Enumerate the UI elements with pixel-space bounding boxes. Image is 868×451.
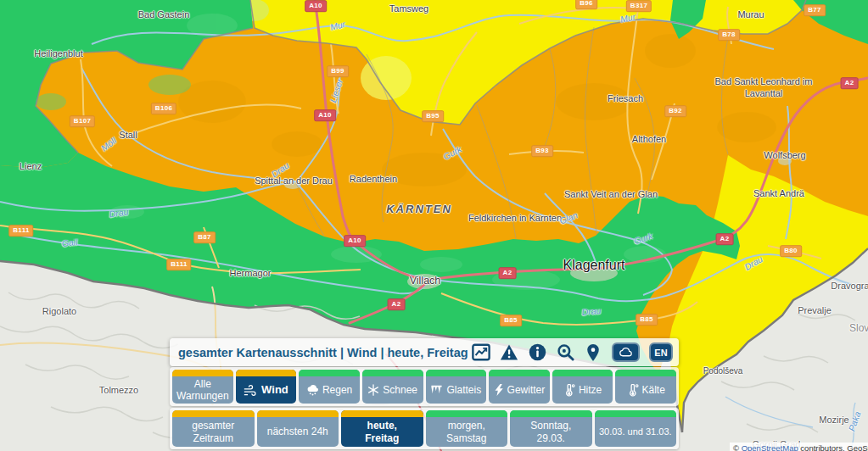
category-label: Hitze <box>579 384 602 396</box>
time-label: Sonntag, 29.03. <box>524 420 577 443</box>
category-label: Glatteis <box>446 384 481 396</box>
snow-icon <box>367 384 379 396</box>
road-shield: B78 <box>718 29 740 41</box>
category-label: Gewitter <box>507 384 546 396</box>
time-button-morgen-samstag[interactable]: morgen, Samstag <box>426 410 508 447</box>
weather-cloud-icon[interactable] <box>612 342 640 362</box>
history-chart-icon[interactable] <box>472 343 490 362</box>
category-button-hitze[interactable]: Hitze <box>552 370 613 404</box>
category-button-gewitter[interactable]: Gewitter <box>489 370 550 404</box>
road-shield: B85 <box>636 314 658 326</box>
category-label: Kälte <box>642 384 665 396</box>
warning-level-strip <box>489 370 550 376</box>
weather-warning-app: Bad GasteinTamswegMurauHeiligenblutStall… <box>0 0 868 451</box>
wind-icon <box>244 385 258 396</box>
attribution-suffix: contributors, GeoSphere <box>798 443 868 451</box>
road-shield: B106 <box>151 103 176 114</box>
road-shield: A10 <box>344 235 366 247</box>
road-shield: A2 <box>841 77 859 89</box>
warning-triangle-icon[interactable] <box>500 343 518 362</box>
warning-level-strip <box>615 370 676 376</box>
warning-level-strip <box>257 410 339 417</box>
road-shield: A2 <box>388 298 406 310</box>
warning-level-strip <box>426 410 508 417</box>
road-shield: B95 <box>422 110 444 122</box>
warning-level-strip <box>426 370 487 376</box>
category-label: Alle Warnungen <box>176 378 229 402</box>
warning-level-strip <box>236 370 297 376</box>
road-shield: B92 <box>664 105 686 117</box>
time-label: morgen, Samstag <box>440 420 493 443</box>
language-en-badge[interactable]: EN <box>649 342 673 362</box>
warning-level-strip <box>510 410 592 417</box>
warning-level-strip <box>552 370 613 376</box>
category-button-wind[interactable]: Wind <box>236 370 297 404</box>
road-shield: B317 <box>626 0 652 12</box>
time-label: 30.03. und 31.03. <box>599 426 672 437</box>
info-icon[interactable] <box>528 343 546 362</box>
toolbar-icons: EN <box>472 342 679 362</box>
road-shield: B107 <box>70 115 95 127</box>
road-shield: B87 <box>193 231 216 243</box>
time-button-heute-freitag[interactable]: heute, Freitag <box>341 410 423 447</box>
road-shield: B85 <box>500 315 522 326</box>
road-shield: B96 <box>575 0 597 9</box>
road-shield: A10 <box>314 109 336 121</box>
category-button-kaelte[interactable]: Kälte <box>615 370 676 404</box>
time-label: nächsten 24h <box>267 426 328 437</box>
cold-thermometer-icon <box>627 384 639 397</box>
lightning-icon <box>494 384 504 396</box>
map-toolbar: gesamter Kartenausschnitt | Wind | heute… <box>170 338 679 366</box>
category-label: Wind <box>261 383 288 396</box>
category-button-alle-warnungen[interactable]: Alle Warnungen <box>172 370 233 404</box>
road-shield: B77 <box>804 4 826 16</box>
road-shield: B80 <box>780 245 802 257</box>
road-shield: B93 <box>531 145 553 157</box>
warning-level-strip <box>595 410 677 417</box>
time-button-sonntag[interactable]: Sonntag, 29.03. <box>510 410 592 447</box>
heat-thermometer-icon <box>563 384 575 397</box>
warning-level-strip <box>299 370 360 376</box>
rain-icon <box>306 384 319 396</box>
road-shield: A2 <box>499 267 517 279</box>
category-label: Schnee <box>383 384 417 396</box>
selection-summary: gesamter Kartenausschnitt | Wind | heute… <box>170 346 472 359</box>
road-shield: B99 <box>327 65 349 77</box>
time-button-naechste-24h[interactable]: nächsten 24h <box>257 410 339 447</box>
location-pin-icon[interactable] <box>584 343 602 362</box>
warning-category-row: Alle Warnungen Wind Regen Schnee Glattei… <box>170 367 679 406</box>
warning-level-strip <box>172 370 233 376</box>
time-button-30-31[interactable]: 30.03. und 31.03. <box>595 410 677 447</box>
category-button-regen[interactable]: Regen <box>299 370 360 404</box>
category-label: Regen <box>322 384 352 396</box>
time-button-gesamter-zeitraum[interactable]: gesamter Zeitraum <box>172 410 255 447</box>
road-shield: A10 <box>305 0 327 12</box>
road-shield: B111 <box>166 259 191 270</box>
search-location-icon[interactable] <box>556 343 574 362</box>
warning-level-strip <box>362 370 423 376</box>
road-shield: A2 <box>716 233 734 245</box>
warning-level-strip <box>172 410 255 417</box>
osm-link[interactable]: OpenStreetMap <box>742 443 798 451</box>
warning-level-strip <box>341 410 423 417</box>
attribution-prefix: © <box>733 443 742 451</box>
time-label: heute, Freitag <box>356 420 408 443</box>
category-button-schnee[interactable]: Schnee <box>362 370 423 404</box>
time-range-row: gesamter Zeitraum nächsten 24h heute, Fr… <box>170 408 679 449</box>
category-button-glatteis[interactable]: Glatteis <box>426 370 487 404</box>
map-attribution: © OpenStreetMap contributors, GeoSphere <box>730 443 868 451</box>
ice-icon <box>430 384 443 396</box>
road-shield: B111 <box>8 225 33 237</box>
time-label: gesamter Zeitraum <box>183 420 243 443</box>
